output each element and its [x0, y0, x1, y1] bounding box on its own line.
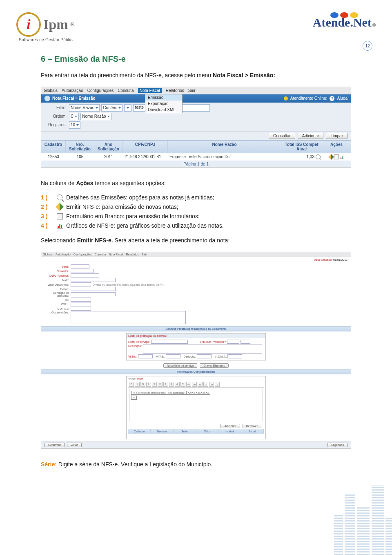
menu-item[interactable]: Sair — [142, 253, 147, 256]
chart-icon[interactable] — [340, 154, 344, 159]
menu-autorizacao[interactable]: Autorização — [62, 88, 83, 93]
back-icon[interactable] — [45, 96, 50, 101]
opt-text: Emitir NFS-e: para emissão de novas nota… — [66, 204, 178, 210]
remover-button[interactable]: Remover — [243, 424, 261, 428]
ordem-field-select[interactable]: Nome Razão — [80, 113, 111, 120]
atende-name: Atende.Net — [313, 16, 372, 29]
submenu-exportacao[interactable]: Exportação — [145, 101, 182, 107]
cnpj-input[interactable] — [71, 273, 99, 278]
deducao-input[interactable] — [197, 354, 212, 358]
font-button[interactable]: A — [175, 382, 180, 387]
ajuda-label[interactable]: Ajuda — [337, 96, 347, 101]
opt-num: 3 ) — [41, 213, 53, 219]
options-list: 1 ) Detalhes das Emissões: opções para a… — [41, 194, 351, 229]
ir-input[interactable] — [71, 298, 91, 302]
cond-input[interactable] — [71, 292, 116, 296]
italic-button[interactable]: I — [135, 382, 140, 387]
magnifier-icon[interactable] — [316, 154, 321, 159]
table-button[interactable]: ⊞ — [203, 382, 208, 387]
form-icon[interactable] — [334, 154, 339, 159]
trib-mun-select[interactable] — [227, 340, 239, 344]
help-icon[interactable]: ? — [330, 96, 334, 101]
menu-item[interactable]: Configurações — [74, 253, 92, 256]
menubar: Globais Autorização Configurações Consul… — [41, 252, 351, 257]
chat-icon[interactable] — [284, 96, 288, 101]
align-button[interactable]: ≡ — [146, 382, 151, 387]
menu-consulta[interactable]: Consulta — [118, 88, 134, 93]
novo-item-button[interactable]: Novo Item de serviço — [163, 363, 198, 368]
more-button[interactable]: ⋮ — [215, 382, 220, 387]
cell-ano: 2011 — [94, 153, 123, 161]
obs-textarea[interactable] — [71, 311, 186, 324]
align-button[interactable]: ≡ — [163, 382, 168, 387]
bold-button[interactable]: B — [129, 382, 134, 387]
adicionar-button[interactable]: Adicionar — [220, 424, 240, 428]
rich-cell: NFe de teste de emissão fiscal - uso con… — [131, 391, 186, 395]
filter-panel: Filtro: Nome Razão Contém teste Ordem: C… — [41, 103, 351, 131]
menu-item[interactable]: Consulta — [95, 253, 106, 256]
vltrib-input[interactable] — [138, 354, 153, 358]
serie-label: Série: — [44, 265, 71, 268]
caret-icon — [107, 116, 110, 117]
section-servicos: Serviços Prestados relacionados ao Docum… — [41, 326, 351, 331]
tomador-select[interactable] — [71, 269, 94, 273]
section-info: Informações Complementares — [41, 369, 351, 374]
align-button[interactable]: ≡ — [158, 382, 163, 387]
serie-input[interactable] — [71, 264, 89, 269]
limpar-button[interactable]: Limpar — [326, 133, 347, 139]
voltar-button[interactable]: Voltar — [67, 443, 82, 447]
gravar-elemento-button[interactable]: Gravar Elemento — [200, 363, 229, 368]
filtro-op-select[interactable]: Contém — [101, 104, 122, 112]
vlret-input[interactable] — [166, 354, 180, 358]
email-input[interactable] — [71, 287, 116, 291]
adicionar-button[interactable]: Adicionar — [298, 133, 324, 139]
menu-item[interactable]: Globais — [43, 253, 53, 256]
options-intro: Na coluna de Ações temos as seguintes op… — [41, 179, 351, 188]
trib-mun-extra[interactable] — [241, 340, 250, 344]
legendas-button[interactable]: Legendas — [327, 443, 347, 447]
menu-item[interactable]: Autorização — [56, 253, 71, 256]
local-servico-input[interactable] — [151, 340, 188, 344]
option-1: 1 ) Detalhes das Emissões: opções para a… — [41, 194, 351, 201]
menu-item[interactable]: Nota Fiscal — [109, 253, 123, 256]
edit-icon[interactable] — [328, 154, 334, 160]
col2: Cadastro — [128, 429, 151, 434]
menu-item[interactable]: Relatórios — [126, 253, 139, 256]
menu-relatorios[interactable]: Relatórios — [166, 88, 184, 93]
consultar-button[interactable]: Consultar — [269, 133, 295, 139]
vldist-input[interactable] — [227, 354, 242, 358]
hr-button[interactable]: — — [186, 382, 191, 387]
menu-sair[interactable]: Sair — [188, 88, 196, 93]
filtro-extra-select[interactable] — [124, 104, 131, 112]
para-button[interactable]: ¶ — [180, 382, 185, 387]
table-button[interactable]: ⊞ — [192, 382, 197, 387]
ordem-dir-select[interactable]: C — [69, 113, 79, 120]
table-button[interactable]: ⊞ — [209, 382, 214, 387]
desc-label: Valor Descontos: — [44, 283, 71, 286]
menu-configuracoes[interactable]: Configurações — [87, 88, 114, 93]
logo-ipm: i Ipm ® Softwares de Gestão Pública — [16, 12, 75, 42]
cond-label: Condição de desconto: — [44, 291, 71, 297]
filtro-field-select[interactable]: Nome Razão — [69, 104, 100, 112]
cofins-input[interactable] — [71, 307, 91, 311]
table-button[interactable]: ⊞ — [198, 382, 203, 387]
chart-icon — [56, 222, 63, 229]
csll-input[interactable] — [71, 302, 91, 306]
confirmar-button[interactable]: Confirmar — [45, 443, 65, 447]
menu-globais[interactable]: Globais — [44, 88, 58, 93]
menu-nota-fiscal[interactable]: Nota Fiscal — [138, 88, 162, 93]
submenu-emissao[interactable]: Emissão — [145, 94, 182, 101]
section-title: 6 – Emissão da NFS-e — [41, 54, 351, 64]
strike-button[interactable]: S — [140, 382, 145, 387]
pager: Página 1 de 1 — [41, 161, 351, 167]
registros-select[interactable]: 10 — [69, 121, 80, 129]
nota-input[interactable] — [71, 278, 116, 282]
submenu-download-xml[interactable]: Download XML — [145, 107, 182, 113]
font-button[interactable]: A — [169, 382, 174, 387]
option-4: 4 ) Gráficos de NFS-e: gera gráficos sob… — [41, 222, 351, 229]
align-button[interactable]: ≡ — [152, 382, 157, 387]
desc-input[interactable] — [71, 282, 91, 286]
descricao-textarea[interactable] — [143, 345, 262, 354]
rich-editor[interactable]: NFe de teste de emissão fiscal - uso con… — [129, 389, 263, 422]
magnifier-icon — [56, 194, 63, 201]
